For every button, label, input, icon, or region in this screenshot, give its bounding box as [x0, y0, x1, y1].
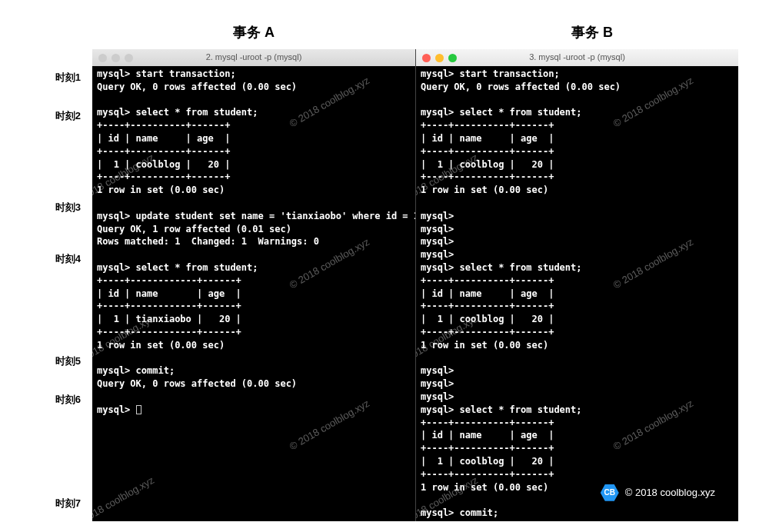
header-transaction-a: 事务 A	[0, 23, 415, 42]
minimize-icon[interactable]	[112, 54, 120, 62]
terminal-a-titlebar: 2. mysql -uroot -p (mysql)	[92, 49, 415, 66]
terminal-a-title: 2. mysql -uroot -p (mysql)	[98, 52, 409, 63]
attribution-text: © 2018 coolblog.xyz	[625, 486, 715, 500]
time-label-3: 时刻3	[55, 201, 81, 214]
maximize-icon[interactable]	[448, 54, 457, 62]
terminal-a: 2. mysql -uroot -p (mysql) mysql> start …	[92, 49, 415, 521]
attribution-badge: CB © 2018 coolblog.xyz	[601, 484, 715, 502]
time-labels-column: 时刻1 时刻2 时刻3 时刻4 时刻5 时刻6 时刻7	[0, 49, 92, 521]
time-label-4: 时刻4	[55, 252, 81, 266]
traffic-lights-a	[98, 54, 133, 62]
terminal-b: 3. mysql -uroot -p (mysql) mysql> start …	[415, 49, 738, 521]
time-label-7: 时刻7	[55, 497, 81, 510]
time-label-6: 时刻6	[55, 393, 81, 407]
header-transaction-b: 事务 B	[415, 23, 769, 42]
cursor-icon	[136, 405, 141, 414]
terminal-a-body[interactable]: mysql> start transaction; Query OK, 0 ro…	[92, 66, 415, 418]
close-icon[interactable]	[98, 54, 107, 62]
logo-icon: CB	[601, 484, 619, 502]
time-label-5: 时刻5	[55, 354, 81, 368]
close-icon[interactable]	[422, 54, 431, 62]
terminal-b-title: 3. mysql -uroot -p (mysql)	[422, 52, 732, 63]
time-label-1: 时刻1	[55, 71, 81, 85]
traffic-lights-b	[422, 54, 457, 62]
time-label-2: 时刻2	[55, 109, 81, 123]
maximize-icon[interactable]	[125, 54, 133, 62]
terminal-b-body[interactable]: mysql> start transaction; Query OK, 0 ro…	[416, 66, 738, 521]
terminal-b-titlebar: 3. mysql -uroot -p (mysql)	[416, 49, 738, 66]
minimize-icon[interactable]	[435, 54, 444, 62]
watermark: © 2018 coolblog.xyz	[92, 474, 157, 521]
